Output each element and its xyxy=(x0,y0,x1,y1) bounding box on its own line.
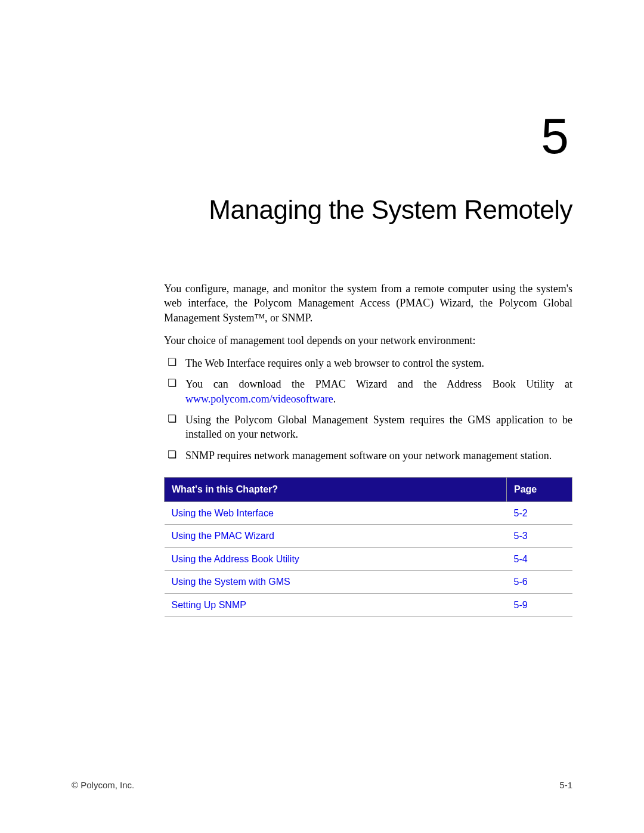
toc-link[interactable]: Using the PMAC Wizard xyxy=(165,525,507,548)
toc-row: Using the System with GMS 5-6 xyxy=(165,571,572,594)
bullet-text-post: . xyxy=(333,393,336,405)
toc-page[interactable]: 5-3 xyxy=(507,525,572,548)
chapter-number: 5 xyxy=(72,107,572,165)
toc-header-title: What's in this Chapter? xyxy=(165,477,507,501)
toc-page[interactable]: 5-6 xyxy=(507,571,572,594)
toc-link[interactable]: Using the System with GMS xyxy=(165,571,507,594)
chapter-title: Managing the System Remotely xyxy=(72,195,572,225)
toc-row: Using the Web Interface 5-2 xyxy=(165,501,572,525)
toc-header-row: What's in this Chapter? Page xyxy=(165,477,572,501)
bullet-text-pre: You can download the PMAC Wizard and the… xyxy=(185,378,572,390)
body-content: You configure, manage, and monitor the s… xyxy=(164,281,572,617)
document-page: 5 Managing the System Remotely You confi… xyxy=(0,0,644,833)
intro-paragraph-1: You configure, manage, and monitor the s… xyxy=(164,281,572,325)
toc-row: Using the Address Book Utility 5-4 xyxy=(165,547,572,571)
page-footer: © Polycom, Inc. 5-1 xyxy=(72,780,572,790)
footer-copyright: © Polycom, Inc. xyxy=(72,780,134,790)
toc-page[interactable]: 5-2 xyxy=(507,501,572,525)
toc-page[interactable]: 5-9 xyxy=(507,593,572,617)
bullet-list: The Web Interface requires only a web br… xyxy=(164,356,572,463)
bullet-item: The Web Interface requires only a web br… xyxy=(164,356,572,370)
toc-link[interactable]: Using the Web Interface xyxy=(165,501,507,525)
bullet-item: Using the Polycom Global Management Syst… xyxy=(164,413,572,442)
toc-row: Using the PMAC Wizard 5-3 xyxy=(165,525,572,548)
bullet-item: You can download the PMAC Wizard and the… xyxy=(164,377,572,406)
toc-row: Setting Up SNMP 5-9 xyxy=(165,593,572,617)
toc-header-page: Page xyxy=(507,477,572,501)
footer-page-number: 5-1 xyxy=(559,780,572,790)
toc-link[interactable]: Using the Address Book Utility xyxy=(165,547,507,571)
toc-table: What's in this Chapter? Page Using the W… xyxy=(164,477,572,617)
link-videosoftware[interactable]: www.polycom.com/videosoftware xyxy=(185,393,333,405)
bullet-item: SNMP requires network management softwar… xyxy=(164,448,572,463)
toc-link[interactable]: Setting Up SNMP xyxy=(165,593,507,617)
toc-page[interactable]: 5-4 xyxy=(507,547,572,571)
intro-paragraph-2: Your choice of management tool depends o… xyxy=(164,333,572,348)
